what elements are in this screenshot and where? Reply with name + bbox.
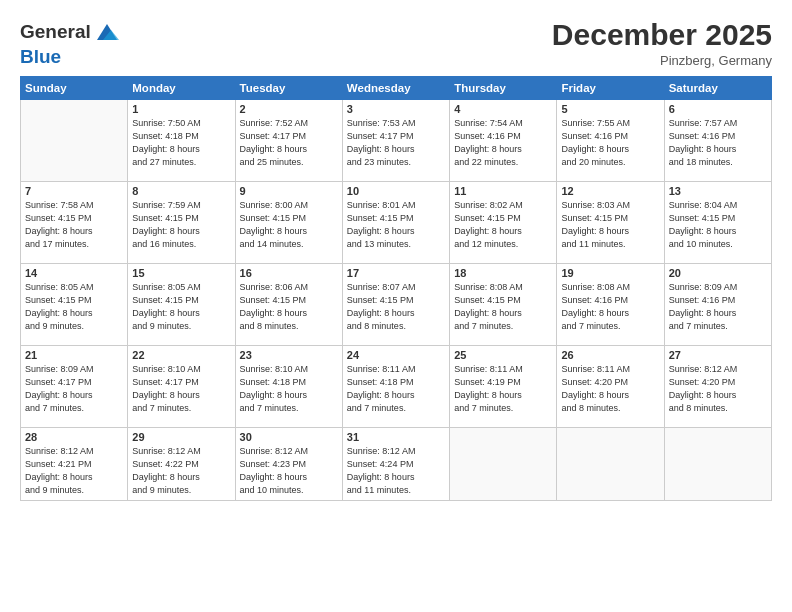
cell-info: Sunrise: 8:05 AMSunset: 4:15 PMDaylight:…: [25, 281, 123, 333]
calendar-cell: 20Sunrise: 8:09 AMSunset: 4:16 PMDayligh…: [664, 264, 771, 346]
cell-info: Sunrise: 8:11 AMSunset: 4:19 PMDaylight:…: [454, 363, 552, 415]
location: Pinzberg, Germany: [552, 53, 772, 68]
cell-info: Sunrise: 8:11 AMSunset: 4:20 PMDaylight:…: [561, 363, 659, 415]
calendar-table: SundayMondayTuesdayWednesdayThursdayFrid…: [20, 76, 772, 501]
cell-info: Sunrise: 8:10 AMSunset: 4:18 PMDaylight:…: [240, 363, 338, 415]
calendar-cell: [21, 100, 128, 182]
week-row-5: 28Sunrise: 8:12 AMSunset: 4:21 PMDayligh…: [21, 428, 772, 501]
column-header-thursday: Thursday: [450, 77, 557, 100]
cell-info: Sunrise: 8:12 AMSunset: 4:20 PMDaylight:…: [669, 363, 767, 415]
day-number: 20: [669, 267, 767, 279]
logo-blue: Blue: [20, 46, 61, 68]
day-number: 12: [561, 185, 659, 197]
day-number: 11: [454, 185, 552, 197]
day-number: 24: [347, 349, 445, 361]
column-header-sunday: Sunday: [21, 77, 128, 100]
calendar-cell: 16Sunrise: 8:06 AMSunset: 4:15 PMDayligh…: [235, 264, 342, 346]
day-number: 18: [454, 267, 552, 279]
calendar-cell: 23Sunrise: 8:10 AMSunset: 4:18 PMDayligh…: [235, 346, 342, 428]
calendar-cell: 1Sunrise: 7:50 AMSunset: 4:18 PMDaylight…: [128, 100, 235, 182]
day-number: 2: [240, 103, 338, 115]
calendar-cell: 3Sunrise: 7:53 AMSunset: 4:17 PMDaylight…: [342, 100, 449, 182]
week-row-4: 21Sunrise: 8:09 AMSunset: 4:17 PMDayligh…: [21, 346, 772, 428]
calendar-cell: 31Sunrise: 8:12 AMSunset: 4:24 PMDayligh…: [342, 428, 449, 501]
day-number: 29: [132, 431, 230, 443]
logo-icon: [93, 18, 121, 46]
day-number: 6: [669, 103, 767, 115]
calendar-cell: [557, 428, 664, 501]
calendar-cell: 2Sunrise: 7:52 AMSunset: 4:17 PMDaylight…: [235, 100, 342, 182]
calendar-cell: 28Sunrise: 8:12 AMSunset: 4:21 PMDayligh…: [21, 428, 128, 501]
calendar-cell: 15Sunrise: 8:05 AMSunset: 4:15 PMDayligh…: [128, 264, 235, 346]
header: General Blue December 2025 Pinzberg, Ger…: [20, 18, 772, 68]
cell-info: Sunrise: 8:11 AMSunset: 4:18 PMDaylight:…: [347, 363, 445, 415]
logo-general: General: [20, 21, 91, 43]
day-number: 25: [454, 349, 552, 361]
page: General Blue December 2025 Pinzberg, Ger…: [0, 0, 792, 612]
day-number: 15: [132, 267, 230, 279]
day-number: 23: [240, 349, 338, 361]
day-number: 4: [454, 103, 552, 115]
cell-info: Sunrise: 7:57 AMSunset: 4:16 PMDaylight:…: [669, 117, 767, 169]
calendar-cell: 14Sunrise: 8:05 AMSunset: 4:15 PMDayligh…: [21, 264, 128, 346]
logo: General Blue: [20, 18, 121, 68]
day-number: 7: [25, 185, 123, 197]
day-number: 10: [347, 185, 445, 197]
cell-info: Sunrise: 8:12 AMSunset: 4:23 PMDaylight:…: [240, 445, 338, 497]
cell-info: Sunrise: 8:08 AMSunset: 4:16 PMDaylight:…: [561, 281, 659, 333]
calendar-cell: 8Sunrise: 7:59 AMSunset: 4:15 PMDaylight…: [128, 182, 235, 264]
day-number: 1: [132, 103, 230, 115]
column-header-tuesday: Tuesday: [235, 77, 342, 100]
day-number: 31: [347, 431, 445, 443]
day-number: 22: [132, 349, 230, 361]
cell-info: Sunrise: 8:12 AMSunset: 4:22 PMDaylight:…: [132, 445, 230, 497]
calendar-cell: 26Sunrise: 8:11 AMSunset: 4:20 PMDayligh…: [557, 346, 664, 428]
calendar-cell: 6Sunrise: 7:57 AMSunset: 4:16 PMDaylight…: [664, 100, 771, 182]
cell-info: Sunrise: 8:10 AMSunset: 4:17 PMDaylight:…: [132, 363, 230, 415]
cell-info: Sunrise: 8:02 AMSunset: 4:15 PMDaylight:…: [454, 199, 552, 251]
day-number: 26: [561, 349, 659, 361]
day-number: 16: [240, 267, 338, 279]
day-number: 30: [240, 431, 338, 443]
cell-info: Sunrise: 7:55 AMSunset: 4:16 PMDaylight:…: [561, 117, 659, 169]
cell-info: Sunrise: 7:58 AMSunset: 4:15 PMDaylight:…: [25, 199, 123, 251]
day-number: 5: [561, 103, 659, 115]
cell-info: Sunrise: 8:05 AMSunset: 4:15 PMDaylight:…: [132, 281, 230, 333]
calendar-cell: 24Sunrise: 8:11 AMSunset: 4:18 PMDayligh…: [342, 346, 449, 428]
calendar-header-row: SundayMondayTuesdayWednesdayThursdayFrid…: [21, 77, 772, 100]
day-number: 19: [561, 267, 659, 279]
day-number: 13: [669, 185, 767, 197]
calendar-cell: 7Sunrise: 7:58 AMSunset: 4:15 PMDaylight…: [21, 182, 128, 264]
calendar-cell: 10Sunrise: 8:01 AMSunset: 4:15 PMDayligh…: [342, 182, 449, 264]
column-header-friday: Friday: [557, 77, 664, 100]
week-row-1: 1Sunrise: 7:50 AMSunset: 4:18 PMDaylight…: [21, 100, 772, 182]
cell-info: Sunrise: 8:09 AMSunset: 4:17 PMDaylight:…: [25, 363, 123, 415]
calendar-cell: 30Sunrise: 8:12 AMSunset: 4:23 PMDayligh…: [235, 428, 342, 501]
calendar-cell: 19Sunrise: 8:08 AMSunset: 4:16 PMDayligh…: [557, 264, 664, 346]
cell-info: Sunrise: 8:09 AMSunset: 4:16 PMDaylight:…: [669, 281, 767, 333]
cell-info: Sunrise: 8:12 AMSunset: 4:21 PMDaylight:…: [25, 445, 123, 497]
calendar-cell: 11Sunrise: 8:02 AMSunset: 4:15 PMDayligh…: [450, 182, 557, 264]
calendar-cell: 22Sunrise: 8:10 AMSunset: 4:17 PMDayligh…: [128, 346, 235, 428]
day-number: 17: [347, 267, 445, 279]
cell-info: Sunrise: 8:00 AMSunset: 4:15 PMDaylight:…: [240, 199, 338, 251]
day-number: 14: [25, 267, 123, 279]
calendar-cell: [450, 428, 557, 501]
calendar-cell: 5Sunrise: 7:55 AMSunset: 4:16 PMDaylight…: [557, 100, 664, 182]
week-row-3: 14Sunrise: 8:05 AMSunset: 4:15 PMDayligh…: [21, 264, 772, 346]
cell-info: Sunrise: 7:52 AMSunset: 4:17 PMDaylight:…: [240, 117, 338, 169]
day-number: 21: [25, 349, 123, 361]
column-header-saturday: Saturday: [664, 77, 771, 100]
day-number: 28: [25, 431, 123, 443]
cell-info: Sunrise: 8:08 AMSunset: 4:15 PMDaylight:…: [454, 281, 552, 333]
calendar-cell: 9Sunrise: 8:00 AMSunset: 4:15 PMDaylight…: [235, 182, 342, 264]
calendar-cell: 25Sunrise: 8:11 AMSunset: 4:19 PMDayligh…: [450, 346, 557, 428]
calendar-cell: 27Sunrise: 8:12 AMSunset: 4:20 PMDayligh…: [664, 346, 771, 428]
calendar-cell: 18Sunrise: 8:08 AMSunset: 4:15 PMDayligh…: [450, 264, 557, 346]
title-block: December 2025 Pinzberg, Germany: [552, 18, 772, 68]
calendar-cell: [664, 428, 771, 501]
calendar-cell: 4Sunrise: 7:54 AMSunset: 4:16 PMDaylight…: [450, 100, 557, 182]
calendar-cell: 13Sunrise: 8:04 AMSunset: 4:15 PMDayligh…: [664, 182, 771, 264]
cell-info: Sunrise: 7:59 AMSunset: 4:15 PMDaylight:…: [132, 199, 230, 251]
calendar-cell: 12Sunrise: 8:03 AMSunset: 4:15 PMDayligh…: [557, 182, 664, 264]
